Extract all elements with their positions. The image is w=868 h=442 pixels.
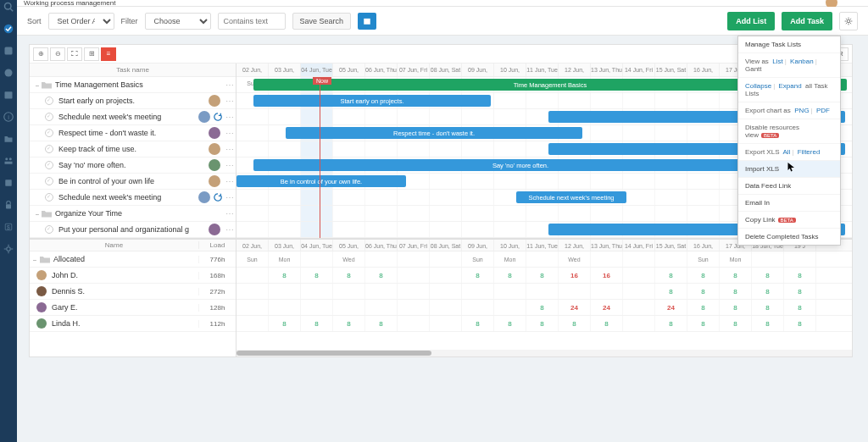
task-name: Be in control of your own life	[58, 177, 209, 185]
rail-people-icon[interactable]	[3, 156, 14, 166]
date-col: 05 Jun, Wed	[333, 64, 365, 76]
row-menu-icon[interactable]: ⋯	[224, 80, 236, 90]
check-circle-icon[interactable]	[45, 113, 53, 121]
dd-email-in[interactable]: Email In	[738, 195, 840, 212]
rail-check-icon[interactable]	[3, 24, 14, 34]
row-menu-icon[interactable]: ⋯	[224, 129, 236, 138]
dd-data-feed[interactable]: Data Feed Link	[738, 178, 840, 195]
filter-select[interactable]: Choose	[145, 13, 211, 30]
row-menu-icon[interactable]: ⋯	[224, 145, 236, 154]
task-row[interactable]: Be in control of your own life⋯	[30, 174, 236, 190]
rail-calendar-icon[interactable]	[3, 90, 14, 100]
calendar-button[interactable]	[358, 13, 376, 30]
today-button[interactable]: ≡	[101, 47, 116, 61]
row-menu-icon[interactable]: ⋯	[224, 193, 236, 202]
toggle-icon[interactable]: –	[33, 82, 42, 88]
add-list-button[interactable]: Add List	[727, 12, 775, 30]
check-circle-icon[interactable]	[45, 161, 53, 169]
scrollbar-thumb[interactable]	[236, 351, 431, 356]
hours-cell	[398, 284, 430, 299]
task-row[interactable]: Put your personal and organizational g⋯	[30, 222, 236, 238]
check-circle-icon[interactable]	[45, 177, 53, 185]
assignee-avatar[interactable]	[209, 95, 220, 107]
row-menu-icon[interactable]: ⋯	[224, 225, 236, 235]
rail-dollar-icon[interactable]: $	[3, 222, 14, 232]
gantt-bar[interactable]: Respect time - don't waste it.	[286, 127, 582, 139]
assignee-avatar[interactable]	[198, 111, 210, 123]
rail-info-icon[interactable]: i	[3, 112, 14, 122]
resource-grid-row: 88888888888888	[236, 316, 852, 332]
assignee-avatar[interactable]	[209, 127, 220, 139]
row-menu-icon[interactable]: ⋯	[224, 161, 236, 170]
row-menu-icon[interactable]: ⋯	[224, 177, 236, 186]
resource-load: 168h	[198, 272, 236, 279]
assignee-avatar[interactable]	[198, 191, 210, 203]
cursor-icon	[787, 163, 796, 173]
rail-gear-icon[interactable]	[3, 244, 14, 254]
resource-row[interactable]: Linda H.112h	[30, 316, 236, 332]
dd-copy-link[interactable]: Copy LinkBETA	[738, 212, 840, 229]
assignee-avatar[interactable]	[209, 175, 220, 187]
dd-import-xls[interactable]: Import XLS	[738, 161, 840, 178]
task-name: Respect time - don't waste it.	[58, 129, 209, 137]
rail-lock-icon[interactable]	[3, 200, 14, 210]
assignee-avatar[interactable]	[209, 224, 220, 235]
check-circle-icon[interactable]	[45, 97, 53, 105]
check-circle-icon[interactable]	[45, 225, 53, 234]
task-row[interactable]: Schedule next week's meeting⋯	[30, 109, 236, 125]
dd-view-as[interactable]: View as List| Kanban| Gantt	[738, 53, 840, 78]
add-task-button[interactable]: Add Task	[782, 12, 832, 30]
rail-item-4-icon[interactable]	[3, 68, 14, 78]
rail-search-icon[interactable]	[3, 2, 14, 12]
sort-select[interactable]: Set Order Asc	[48, 13, 114, 30]
row-menu-icon[interactable]: ⋯	[224, 209, 236, 218]
task-row[interactable]: Respect time - don't waste it.⋯	[30, 125, 236, 141]
fit-button[interactable]: ⛶	[67, 47, 82, 61]
hours-cell: 8	[752, 268, 784, 283]
resource-row[interactable]: John D.168h	[30, 268, 236, 284]
svg-line-1	[10, 8, 13, 11]
zoom-in-button[interactable]: ⊕	[33, 47, 48, 61]
check-circle-icon[interactable]	[45, 193, 53, 202]
horizontal-scrollbar[interactable]	[236, 350, 852, 356]
dd-export-xls[interactable]: Export XLS All| Filtered	[738, 144, 840, 161]
gantt-bar[interactable]: Schedule next week's meeting	[516, 191, 626, 203]
dd-collapse-expand[interactable]: Collapse| Expand all Task Lists	[738, 78, 840, 102]
check-circle-icon[interactable]	[45, 145, 53, 153]
resource-row[interactable]: Dennis S.272h	[30, 284, 236, 300]
assignee-avatar[interactable]	[209, 159, 220, 171]
resource-load: 272h	[198, 288, 236, 296]
resource-row[interactable]: Gary E.128h	[30, 300, 236, 316]
save-search-button[interactable]: Save Search	[292, 13, 352, 30]
task-row[interactable]: Schedule next week's meeting⋯	[30, 190, 236, 206]
zoom-out-button[interactable]: ⊖	[50, 47, 65, 61]
search-input[interactable]	[218, 13, 286, 30]
dd-disable-resources[interactable]: Disable resources viewBETA	[738, 119, 840, 144]
rail-contact-icon[interactable]	[3, 178, 14, 188]
gantt-bar[interactable]: Start early on projects.	[253, 95, 491, 107]
toggle-icon[interactable]: –	[33, 211, 42, 217]
dd-export-chart[interactable]: Export chart as PNG| PDF	[738, 102, 840, 119]
row-menu-icon[interactable]: ⋯	[224, 97, 236, 106]
rail-folder-icon[interactable]	[3, 134, 14, 144]
task-row[interactable]: –Organize Your Time⋯	[30, 206, 236, 222]
dd-delete-completed[interactable]: Delete Completed Tasks	[738, 229, 840, 245]
task-row[interactable]: –Time Management Basics⋯	[30, 77, 236, 93]
dd-manage-task-lists[interactable]: Manage Task Lists	[738, 36, 840, 53]
gantt-bar[interactable]: Say 'no' more often.	[253, 159, 787, 171]
resource-name: Gary E.	[52, 303, 198, 312]
task-row[interactable]: Say 'no' more often.⋯	[30, 157, 236, 174]
allocated-row[interactable]: –Allocated776h	[30, 251, 236, 268]
row-menu-icon[interactable]: ⋯	[224, 113, 236, 122]
grid-button[interactable]: ⊞	[84, 47, 99, 61]
assignee-avatar[interactable]	[209, 143, 220, 155]
check-circle-icon[interactable]	[45, 129, 53, 137]
hours-cell: 8	[784, 284, 816, 299]
gantt-bar[interactable]: Be in control of your own life.	[236, 175, 406, 187]
settings-gear-button[interactable]	[839, 12, 858, 30]
task-row[interactable]: Start early on projects.⋯	[30, 93, 236, 109]
task-row[interactable]: Keep track of time use.⋯	[30, 141, 236, 157]
hours-cell	[462, 300, 494, 315]
folder-icon	[42, 80, 52, 89]
rail-item-3-icon[interactable]	[3, 46, 14, 56]
